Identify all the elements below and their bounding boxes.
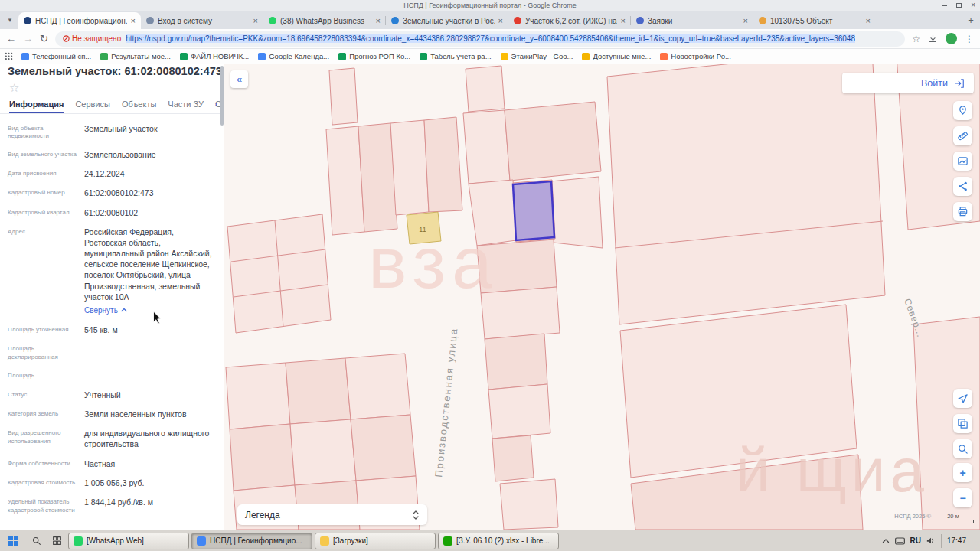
attribute-row: Категория земель Земли населенных пункто… <box>0 405 224 424</box>
taskbar-search-button[interactable] <box>27 532 45 550</box>
bookmark-item[interactable]: Табель учета ра... <box>416 51 495 62</box>
task-view-icon <box>52 536 62 546</box>
mouse-cursor <box>152 311 162 325</box>
panels-button[interactable] <box>953 414 972 433</box>
tab-close-icon[interactable]: × <box>131 16 136 25</box>
minimize-icon[interactable] <box>942 5 947 6</box>
taskbar-window-button[interactable]: [Загрузки] <box>315 533 436 549</box>
menu-kebab-icon[interactable]: ⋮ <box>965 34 974 44</box>
attribute-row: Дата присвоения 24.12.2024 <box>0 165 224 184</box>
panel-tab-label: Части ЗУ <box>168 99 204 109</box>
print-button[interactable] <box>953 202 972 221</box>
screenshot-button[interactable] <box>953 152 972 171</box>
attribute-label: Вид земельного участка <box>8 149 80 160</box>
url-text[interactable]: https://nspd.gov.ru/map?thematic=PKK&zoo… <box>126 34 855 43</box>
zoom-out-button[interactable]: − <box>953 488 972 507</box>
scrollbar-thumb[interactable] <box>220 66 224 126</box>
attribute-value: Земельный участок <box>84 123 216 134</box>
tab-close-icon[interactable]: × <box>743 16 748 25</box>
tab-close-icon[interactable]: × <box>376 16 381 25</box>
forward-icon[interactable]: → <box>23 33 33 44</box>
tab-search-icon[interactable]: ▾ <box>3 13 17 27</box>
bookmark-item[interactable]: Доступные мне... <box>578 51 655 62</box>
tray-expand-icon[interactable] <box>882 538 890 544</box>
new-tab-button[interactable]: + <box>963 12 978 28</box>
bookmark-item[interactable]: Телефонный сп... <box>18 51 95 62</box>
browser-tab[interactable]: (38) WhatsApp Business × <box>263 12 386 29</box>
task-view-button[interactable] <box>47 532 66 550</box>
keyboard-icon[interactable] <box>895 537 905 545</box>
favorite-star-icon[interactable]: ☆ <box>9 81 19 94</box>
language-indicator[interactable]: RU <box>910 536 921 545</box>
print-icon <box>957 206 969 217</box>
bookmark-item[interactable]: ЭтажиPlay - Goo... <box>497 51 577 62</box>
ruler-button[interactable] <box>953 126 972 145</box>
browser-tab[interactable]: Заявки × <box>631 12 753 29</box>
address-bar[interactable]: Не защищено https://nspd.gov.ru/map?them… <box>55 31 905 47</box>
bookmark-item[interactable]: Google Календа... <box>254 51 333 62</box>
collapse-address-link[interactable]: Свернуть <box>84 306 127 315</box>
browser-tab[interactable]: Участок 6,2 сот. (ИЖС) на... × <box>508 12 631 29</box>
maximize-icon[interactable] <box>956 3 962 8</box>
show-desktop-button[interactable] <box>972 532 975 550</box>
panel-tab-label: Объекты <box>122 99 156 109</box>
tabs-scroll-right-icon[interactable]: › <box>214 99 217 109</box>
reload-icon[interactable]: ↻ <box>40 33 48 44</box>
tab-close-icon[interactable]: × <box>866 16 871 25</box>
tab-close-icon[interactable]: × <box>253 16 258 25</box>
marker-button[interactable] <box>953 101 972 120</box>
panel-scrollbar[interactable] <box>220 64 224 530</box>
start-button[interactable] <box>2 532 24 550</box>
volume-icon[interactable] <box>926 536 936 545</box>
tab-label: Вход в систему <box>158 17 250 25</box>
apps-grid-icon[interactable] <box>5 52 13 60</box>
login-button[interactable]: Войти <box>842 73 974 93</box>
tab-close-icon[interactable]: × <box>621 16 626 25</box>
tab-label: Земельные участки в Рос... <box>403 17 495 25</box>
not-secure-label[interactable]: Не защищено <box>63 34 121 43</box>
bookmark-label: Телефонный сп... <box>32 52 91 60</box>
browser-tab[interactable]: 10130755 Объект × <box>753 12 876 29</box>
taskbar: [WhatsApp Web] НСПД | Геоинформацио... [… <box>0 530 980 551</box>
taskbar-window-button[interactable]: [WhatsApp Web] <box>68 533 189 549</box>
browser-tab[interactable]: Вход в систему × <box>141 12 263 29</box>
map-search-button[interactable] <box>953 439 972 458</box>
bookmark-item[interactable]: Результаты мое... <box>96 51 175 62</box>
share-button[interactable] <box>953 177 972 196</box>
taskbar-window-button[interactable]: [З.У. 06.10 (2).xlsx - Libre... <box>438 533 559 549</box>
bookmark-star-icon[interactable]: ☆ <box>912 34 920 44</box>
locate-button[interactable] <box>953 389 972 408</box>
attribute-value: 1 844,14 руб./кв. м <box>84 497 216 507</box>
attribute-row: Вид разрешенного использования для индив… <box>0 424 224 454</box>
panel-tab[interactable]: Информация <box>9 99 64 113</box>
attribute-value: 24.12.2024 <box>84 168 216 179</box>
bookmark-label: Прогноз РОП Ко... <box>349 52 410 60</box>
panel-collapse-button[interactable]: « <box>230 70 248 88</box>
browser-tab[interactable]: НСПД | Геоинформацион... × <box>18 12 141 29</box>
back-icon[interactable]: ← <box>6 33 16 44</box>
legend-bar[interactable]: Легенда <box>237 504 427 525</box>
bookmark-item[interactable]: Новостройки Ро... <box>656 51 735 62</box>
map-area[interactable]: 11 вза й щиа Производственная улица Севе… <box>224 64 980 530</box>
clock[interactable]: 17:47 <box>947 536 966 545</box>
taskbar-window-button[interactable]: НСПД | Геоинформацио... <box>191 533 312 549</box>
tab-close-icon[interactable]: × <box>498 16 503 25</box>
close-icon[interactable]: × <box>971 2 975 9</box>
download-icon[interactable] <box>928 34 938 44</box>
panel-tab[interactable]: Части ЗУ <box>168 99 204 113</box>
legend-label: Легенда <box>245 510 280 520</box>
bookmark-item[interactable]: Прогноз РОП Ко... <box>335 51 414 62</box>
selected-parcel[interactable] <box>513 181 554 240</box>
zoom-in-button[interactable]: + <box>953 463 972 482</box>
tab-label: 10130755 Объект <box>770 17 862 25</box>
cadastral-map[interactable]: 11 вза й щиа Производственная улица Севе… <box>224 64 980 530</box>
browser-tab[interactable]: Земельные участки в Рос... × <box>386 12 508 29</box>
legend-expand-icon[interactable] <box>412 510 420 520</box>
bookmark-label: Результаты мое... <box>111 52 171 60</box>
profile-avatar[interactable] <box>946 33 957 44</box>
panel-tab[interactable]: Объекты <box>122 99 156 113</box>
search-icon <box>31 536 41 546</box>
bookmark-item[interactable]: ФАЙЛ НОВИЧК... <box>176 51 253 62</box>
bookmark-label: ЭтажиPlay - Goo... <box>511 52 573 60</box>
panel-tab[interactable]: Сервисы <box>75 99 110 113</box>
